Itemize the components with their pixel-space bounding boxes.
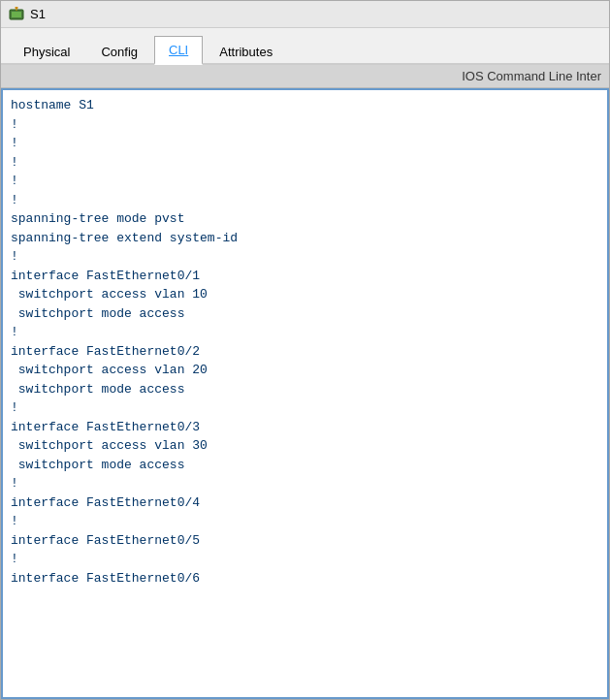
svg-point-2 bbox=[16, 7, 18, 10]
window-title: S1 bbox=[30, 7, 46, 21]
tab-bar: Physical Config CLI Attributes bbox=[1, 28, 609, 65]
tab-config[interactable]: Config bbox=[86, 38, 152, 65]
main-window: S1 Physical Config CLI Attributes IOS Co… bbox=[0, 0, 610, 700]
title-bar: S1 bbox=[1, 1, 609, 28]
ios-header: IOS Command Line Inter bbox=[1, 65, 609, 88]
tab-attributes[interactable]: Attributes bbox=[205, 38, 287, 65]
window-icon bbox=[9, 7, 24, 22]
cli-output: hostname S1 ! ! ! ! ! spanning-tree mode… bbox=[11, 96, 599, 588]
svg-rect-1 bbox=[12, 12, 21, 17]
tab-physical[interactable]: Physical bbox=[9, 38, 84, 65]
tab-cli[interactable]: CLI bbox=[154, 36, 203, 65]
cli-content-area[interactable]: hostname S1 ! ! ! ! ! spanning-tree mode… bbox=[1, 88, 609, 699]
